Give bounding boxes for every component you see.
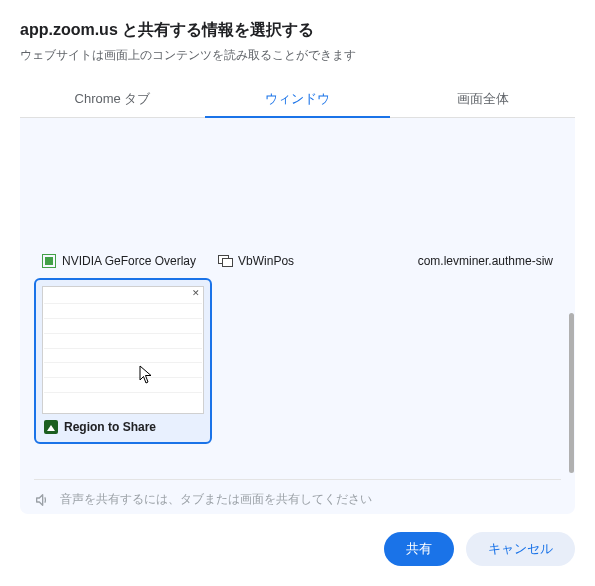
cancel-button-label: キャンセル xyxy=(488,541,553,556)
card-label-row: Region to Share xyxy=(42,414,204,436)
tab-chrome[interactable]: Chrome タブ xyxy=(20,80,205,117)
window-item-label: VbWinPos xyxy=(238,254,294,268)
window-icon xyxy=(218,255,232,267)
share-dialog: app.zoom.us と共有する情報を選択する ウェブサイトは画面上のコンテン… xyxy=(0,0,595,586)
dialog-subtitle: ウェブサイトは画面上のコンテンツを読み取ることができます xyxy=(20,47,575,64)
window-item-label: com.levminer.authme-siw xyxy=(418,254,553,268)
divider xyxy=(34,479,561,480)
share-button-label: 共有 xyxy=(406,541,432,556)
window-item-label: NVIDIA GeForce Overlay xyxy=(62,254,196,268)
window-thumbnail: ✕ xyxy=(42,286,204,414)
nvidia-icon xyxy=(42,254,56,268)
audio-hint-text: 音声を共有するには、タブまたは画面を共有してください xyxy=(60,491,372,508)
audio-hint-row: 音声を共有するには、タブまたは画面を共有してください xyxy=(34,481,561,508)
window-item-row: NVIDIA GeForce Overlay VbWinPos com.levm… xyxy=(42,254,553,268)
tab-bar: Chrome タブ ウィンドウ 画面全体 xyxy=(20,80,575,118)
tab-screen[interactable]: 画面全体 xyxy=(390,80,575,117)
cancel-button[interactable]: キャンセル xyxy=(466,532,575,566)
scrollbar[interactable] xyxy=(568,118,575,514)
window-item-authme[interactable]: com.levminer.authme-siw xyxy=(418,254,553,268)
tab-screen-label: 画面全体 xyxy=(457,91,509,106)
grid-lines xyxy=(44,288,202,412)
dialog-footer: 共有 キャンセル xyxy=(20,514,575,566)
share-button[interactable]: 共有 xyxy=(384,532,454,566)
card-label: Region to Share xyxy=(64,420,156,434)
window-item-vbwinpos[interactable]: VbWinPos xyxy=(218,254,294,268)
tab-chrome-label: Chrome タブ xyxy=(75,91,151,106)
dialog-title: app.zoom.us と共有する情報を選択する xyxy=(20,20,575,41)
tab-window[interactable]: ウィンドウ xyxy=(205,80,390,117)
content-area: NVIDIA GeForce Overlay VbWinPos com.levm… xyxy=(20,118,575,514)
speaker-icon xyxy=(34,492,50,508)
scrollbar-thumb[interactable] xyxy=(569,313,574,473)
tab-window-label: ウィンドウ xyxy=(265,91,330,106)
region-icon xyxy=(44,420,58,434)
window-card-region[interactable]: ✕ Region to Share xyxy=(34,278,212,444)
window-item-nvidia[interactable]: NVIDIA GeForce Overlay xyxy=(42,254,196,268)
